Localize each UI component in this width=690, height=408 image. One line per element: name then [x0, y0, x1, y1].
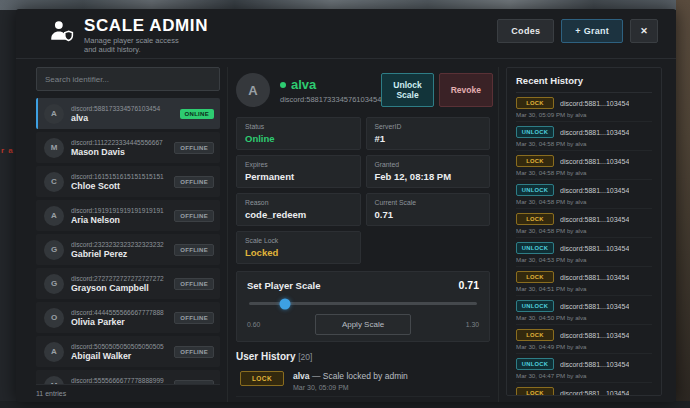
- player-list-item[interactable]: G discord:2727272727272727272 Grayson Ca…: [36, 268, 220, 299]
- player-name: alva: [71, 113, 180, 123]
- status-badge: OFFLINE: [174, 278, 214, 290]
- recent-history-entry: UNLOCK discord:5881...103454 Mar 30, 04:…: [516, 122, 652, 151]
- revoke-button[interactable]: Revoke: [439, 73, 493, 107]
- recent-history-entry: LOCK discord:5881...103454 Mar 30, 04:51…: [516, 267, 652, 296]
- history-time: Mar 30, 05:09 PM by alva: [516, 111, 652, 118]
- info-label: Current Scale: [375, 199, 482, 206]
- status-badge: ONLINE: [180, 109, 214, 119]
- info-cell: Expires Permanent: [236, 155, 361, 188]
- search-input[interactable]: [36, 67, 220, 91]
- player-list-item[interactable]: A discord:1919191919191919191 Aria Nelso…: [36, 200, 220, 231]
- info-value: Locked: [245, 247, 352, 258]
- history-id: discord:5881...103454: [560, 332, 629, 339]
- player-id: discord:4444555566667777888: [71, 309, 174, 316]
- action-badge: LOCK: [516, 97, 554, 109]
- history-time: Mar 30, 04:58 PM by alva: [516, 198, 652, 205]
- info-label: Status: [245, 123, 352, 130]
- recent-history-entry: UNLOCK discord:5881...103454 Mar 30, 04:…: [516, 238, 652, 267]
- window-header: SCALE ADMIN Manage player scale access a…: [16, 9, 676, 59]
- history-time: Mar 30, 04:49 PM by alva: [516, 343, 652, 350]
- history-time: Mar 30, 04:50 PM by alva: [516, 314, 652, 321]
- scale-slider-track[interactable]: [249, 302, 477, 305]
- set-scale-title: Set Player Scale: [247, 280, 320, 291]
- player-list-item[interactable]: G discord:2323232323232323232 Gabriel Pe…: [36, 234, 220, 265]
- player-sidebar: A discord:588173334576103454 alva ONLINE…: [36, 67, 220, 402]
- action-badge: UNLOCK: [516, 184, 554, 196]
- history-id: discord:5881...103454: [560, 245, 629, 252]
- info-value: code_redeem: [245, 209, 352, 220]
- avatar: A: [44, 342, 64, 362]
- avatar: A: [236, 73, 270, 107]
- avatar: A: [44, 104, 64, 124]
- history-time: Mar 30, 04:47 PM by alva: [516, 372, 652, 379]
- info-value: Online: [245, 133, 352, 144]
- user-shield-icon: [48, 18, 74, 44]
- recent-history-entry: UNLOCK discord:5881...103454 Mar 30, 04:…: [516, 180, 652, 209]
- set-scale-value: 0.71: [459, 279, 479, 291]
- codes-button[interactable]: Codes: [497, 19, 554, 43]
- entries-count: 11 entries: [36, 384, 220, 402]
- avatar: M: [44, 376, 64, 385]
- player-list-item[interactable]: A discord:588173334576103454 alva ONLINE: [36, 98, 220, 129]
- history-time: Mar 30, 04:58 PM by alva: [516, 227, 652, 234]
- action-badge: LOCK: [516, 387, 554, 395]
- player-list-item[interactable]: A discord:5050505050505050505 Abigail Wa…: [36, 336, 220, 367]
- player-detail-header: A alva discord:588173334576103454 Unlock…: [236, 69, 490, 111]
- player-name: Abigail Walker: [71, 351, 174, 361]
- status-badge: OFFLINE: [174, 312, 214, 324]
- history-time: Mar 30, 04:53 PM by alva: [516, 256, 652, 263]
- recent-history-list[interactable]: LOCK discord:5881...103454 Mar 30, 05:09…: [516, 93, 652, 395]
- info-value: Feb 12, 08:18 PM: [375, 171, 482, 182]
- online-dot-icon: [280, 82, 286, 88]
- player-id: discord:1615151615151515151: [71, 173, 174, 180]
- player-list-item[interactable]: O discord:4444555566667777888 Olivia Par…: [36, 302, 220, 333]
- player-id: discord:2323232323232323232: [71, 241, 174, 248]
- history-text: alva — Scale locked by admin: [293, 371, 408, 381]
- avatar: M: [44, 138, 64, 158]
- background-bottom-strip: [0, 401, 690, 408]
- player-name: alva: [280, 77, 381, 92]
- player-id: discord:5050505050505050505: [71, 343, 174, 350]
- user-history-list: LOCK alva — Scale locked by admin Mar 30…: [236, 366, 490, 402]
- action-badge: UNLOCK: [516, 242, 554, 254]
- apply-scale-button[interactable]: Apply Scale: [315, 314, 411, 335]
- info-cell: ServerID #1: [366, 117, 491, 150]
- action-badge: UNLOCK: [516, 300, 554, 312]
- history-id: discord:5881...103454: [560, 158, 629, 165]
- history-id: discord:5881...103454: [560, 274, 629, 281]
- player-list-item[interactable]: M discord:1112223334445556667 Mason Davi…: [36, 132, 220, 163]
- close-button[interactable]: ✕: [630, 19, 658, 43]
- history-id: discord:5881...103454: [560, 129, 629, 136]
- player-id: discord:588173334576103454: [71, 105, 180, 112]
- player-list-item[interactable]: C discord:1615151615151515151 Chloe Scot…: [36, 166, 220, 197]
- action-badge: UNLOCK: [516, 358, 554, 370]
- user-history-count: [20]: [298, 352, 312, 362]
- avatar: G: [44, 240, 64, 260]
- history-id: discord:5881...103454: [560, 100, 629, 107]
- unlock-scale-button[interactable]: Unlock Scale: [381, 73, 433, 107]
- page-title: SCALE ADMIN: [84, 16, 208, 35]
- grant-button[interactable]: + Grant: [561, 19, 623, 43]
- info-label: Granted: [375, 161, 482, 168]
- background-chat-text: r a: [1, 146, 14, 155]
- scale-max-label: 1.30: [466, 321, 479, 328]
- player-id: discord:2727272727272727272: [71, 275, 174, 282]
- info-cell: Reason code_redeem: [236, 193, 361, 226]
- recent-history-entry: UNLOCK discord:5881...103454 Mar 30, 04:…: [516, 354, 652, 383]
- history-id: discord:5881...103454: [560, 390, 629, 396]
- history-id: discord:5881...103454: [560, 361, 629, 368]
- status-badge: OFFLINE: [174, 210, 214, 222]
- recent-history-entry: LOCK discord:5881...103454 Mar 30, 04:49…: [516, 325, 652, 354]
- window-content: A discord:588173334576103454 alva ONLINE…: [16, 59, 676, 402]
- action-badge: LOCK: [516, 213, 554, 225]
- scale-slider-handle[interactable]: [280, 298, 291, 309]
- set-scale-panel: Set Player Scale 0.71 0.60 Apply Scale 1…: [236, 271, 490, 342]
- user-history-entry: LOCK alva — Scale locked by admin Mar 30…: [236, 366, 490, 397]
- player-id: discord:5555666677778888999: [71, 377, 174, 384]
- info-value: Permanent: [245, 171, 352, 182]
- player-list-item[interactable]: M discord:5555666677778888999 Mia Robins…: [36, 370, 220, 384]
- recent-history-title: Recent History: [516, 75, 652, 93]
- info-cell: Current Scale 0.71: [366, 193, 491, 226]
- header-actions: Codes + Grant ✕: [497, 19, 658, 43]
- history-time: Mar 30, 04:51 PM by alva: [516, 285, 652, 292]
